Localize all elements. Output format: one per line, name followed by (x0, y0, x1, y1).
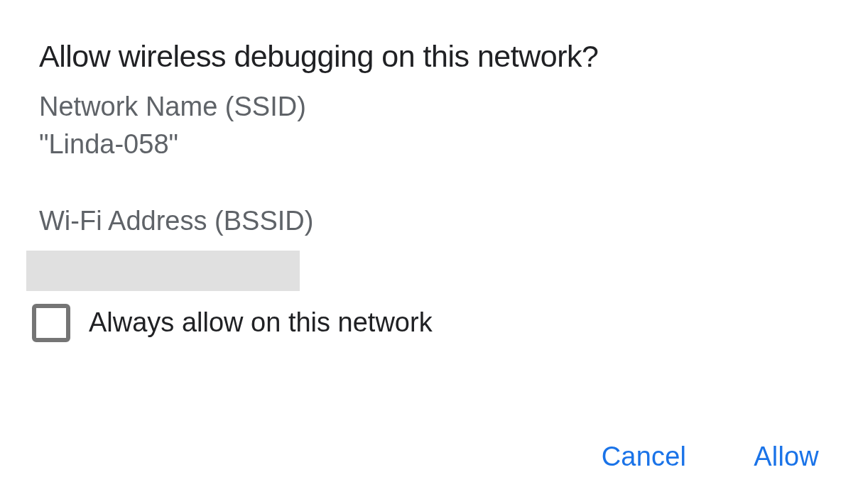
ssid-label: Network Name (SSID) (39, 88, 819, 126)
dialog-title: Allow wireless debugging on this network… (39, 39, 819, 74)
cancel-button[interactable]: Cancel (602, 442, 687, 472)
dialog-button-row: Cancel Allow (602, 442, 819, 472)
bssid-redacted (26, 251, 300, 291)
allow-button[interactable]: Allow (754, 442, 819, 472)
bssid-label: Wi-Fi Address (BSSID) (39, 202, 819, 240)
always-allow-row[interactable]: Always allow on this network (39, 304, 819, 342)
always-allow-checkbox[interactable] (32, 304, 70, 342)
ssid-value: "Linda-058" (39, 126, 819, 163)
always-allow-label: Always allow on this network (89, 307, 433, 338)
